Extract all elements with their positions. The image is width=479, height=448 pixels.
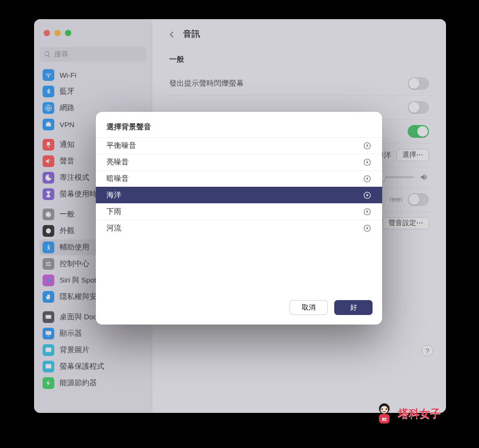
modal-title: 選擇背景聲音 <box>96 120 382 137</box>
sound-option[interactable]: 亮噪音 <box>96 154 382 170</box>
sound-option[interactable]: 平衡噪音 <box>96 137 382 154</box>
watermark: 3C 塔科女子 <box>374 401 441 426</box>
sound-option-label: 海洋 <box>106 190 121 200</box>
download-icon <box>363 208 371 216</box>
select-sound-modal: 選擇背景聲音 平衡噪音亮噪音暗噪音海洋下雨河流 取消 好 <box>96 112 382 325</box>
watermark-text: 塔科女子 <box>398 406 441 421</box>
svg-point-21 <box>382 409 383 410</box>
sound-option-label: 河流 <box>106 223 121 233</box>
download-icon <box>363 191 371 200</box>
download-icon <box>363 158 371 167</box>
cancel-button[interactable]: 取消 <box>290 300 328 315</box>
svg-text:3C: 3C <box>382 417 387 421</box>
sound-option-label: 亮噪音 <box>106 157 129 167</box>
sound-option[interactable]: 暗噪音 <box>96 170 382 187</box>
avatar-icon: 3C <box>374 401 395 426</box>
download-icon <box>363 142 371 150</box>
svg-point-22 <box>386 409 387 410</box>
sound-option-label: 下雨 <box>106 207 121 217</box>
download-icon <box>363 224 371 233</box>
sound-option[interactable]: 海洋 <box>96 187 382 203</box>
sound-option-label: 暗噪音 <box>106 174 129 184</box>
ok-button[interactable]: 好 <box>334 300 373 315</box>
sound-option[interactable]: 河流 <box>96 220 382 236</box>
sound-option[interactable]: 下雨 <box>96 203 382 220</box>
sound-option-label: 平衡噪音 <box>106 141 136 151</box>
download-icon <box>363 175 371 183</box>
